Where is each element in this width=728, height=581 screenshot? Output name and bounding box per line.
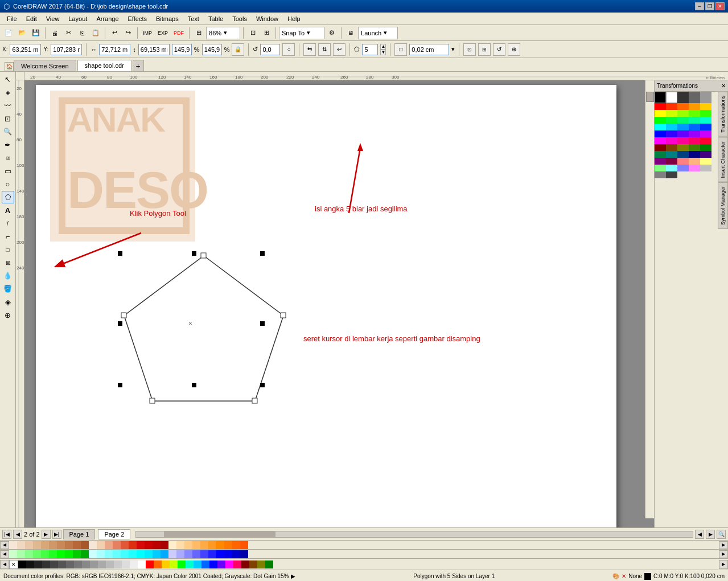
colorbar-swatch[interactable] — [81, 550, 89, 558]
colorbar-swatch[interactable] — [49, 550, 57, 558]
palette-color[interactable] — [655, 165, 666, 171]
palette-color[interactable] — [700, 103, 711, 110]
colorbar-swatch[interactable] — [89, 550, 97, 558]
colorbar-swatch[interactable] — [58, 560, 66, 568]
colorbar-scroll-left2[interactable]: ◀ — [0, 550, 9, 558]
dimension-tool[interactable]: / — [2, 217, 14, 230]
colorbar-swatch[interactable] — [224, 541, 232, 549]
colorbar-swatch[interactable] — [153, 550, 161, 558]
freeform-button[interactable]: ↩ — [333, 43, 346, 56]
colorbar-swatch[interactable] — [192, 541, 200, 549]
colorbar-swatch[interactable] — [73, 550, 81, 558]
palette-color[interactable] — [666, 165, 677, 171]
tab-insert-character[interactable]: Insert Character — [718, 137, 728, 182]
colorbar-swatch[interactable] — [161, 541, 168, 549]
menu-edit[interactable]: Edit — [22, 14, 42, 23]
ellipse-tool[interactable]: ○ — [2, 178, 14, 190]
palette-color[interactable] — [655, 110, 666, 117]
save-button[interactable]: 💾 — [30, 27, 42, 39]
colorbar-swatch[interactable] — [82, 560, 90, 568]
colorbar-swatch[interactable] — [208, 541, 216, 549]
palette-color[interactable] — [677, 144, 689, 151]
to-curve-button[interactable]: ⊡ — [463, 43, 476, 56]
colorbar-swatch[interactable] — [41, 550, 49, 558]
colorbar-swatch[interactable] — [65, 541, 73, 549]
handle-bl[interactable] — [118, 383, 122, 387]
colorbar-scroll-right3[interactable]: ▶ — [719, 560, 728, 569]
colorbar-swatch[interactable] — [113, 541, 121, 549]
palette-color[interactable] — [700, 117, 711, 124]
palette-color[interactable] — [677, 158, 689, 165]
tab-welcome[interactable]: Welcome Screen — [14, 60, 76, 71]
import-button[interactable]: IMP — [141, 27, 154, 39]
palette-color[interactable] — [677, 151, 689, 158]
colorbar-swatch[interactable] — [178, 560, 186, 568]
handle-br[interactable] — [260, 383, 265, 387]
colorbar-swatch[interactable] — [65, 550, 73, 558]
fullscreen-button[interactable]: ⊡ — [246, 27, 259, 39]
palette-color[interactable] — [689, 110, 700, 117]
colorbar-swatch[interactable] — [121, 550, 129, 558]
menu-table[interactable]: Table — [204, 14, 228, 23]
angle-input[interactable] — [260, 44, 280, 55]
colorbar-swatch[interactable] — [73, 541, 81, 549]
status-arrow[interactable]: ▶ — [291, 573, 295, 579]
colorbar-swatch[interactable] — [249, 560, 257, 568]
colorbar-swatch[interactable] — [90, 560, 98, 568]
snap-to-dropdown[interactable]: Snap To ▾ — [279, 27, 324, 39]
sides-down-button[interactable]: ▼ — [380, 50, 386, 55]
colorbar-swatch[interactable] — [200, 541, 208, 549]
palette-color[interactable] — [666, 124, 677, 130]
colorbar-swatch[interactable] — [26, 560, 34, 568]
page-next-button[interactable]: ▶ — [42, 530, 51, 539]
colorbar-swatch[interactable] — [9, 550, 17, 558]
colorbar-swatch[interactable] — [25, 550, 33, 558]
palette-color[interactable] — [700, 165, 711, 171]
menu-tools[interactable]: Tools — [228, 14, 252, 23]
palette-color[interactable] — [700, 144, 711, 151]
palette-color[interactable] — [666, 158, 677, 165]
palette-color[interactable] — [655, 137, 666, 144]
palette-color[interactable] — [655, 124, 666, 130]
palette-color[interactable] — [666, 144, 677, 151]
color-white[interactable] — [666, 92, 677, 103]
undo-button[interactable]: ↩ — [108, 27, 121, 39]
colorbar-swatch[interactable] — [50, 560, 58, 568]
colorbar-swatch[interactable] — [97, 550, 105, 558]
colorbar-swatch[interactable] — [66, 560, 74, 568]
colorbar-swatch[interactable] — [146, 560, 154, 568]
menu-text[interactable]: Text — [183, 14, 204, 23]
palette-color[interactable] — [689, 158, 700, 165]
colorbar-swatch[interactable] — [145, 541, 153, 549]
zoom-level-controls[interactable]: ⊞ — [192, 27, 205, 39]
palette-color[interactable] — [666, 130, 677, 137]
color-black[interactable] — [655, 92, 666, 103]
fill-tool[interactable]: 🪣 — [2, 283, 14, 295]
colorbar-swatch[interactable] — [34, 560, 42, 568]
colorbar-scroll-right2[interactable]: ▶ — [719, 550, 728, 558]
colorbar-swatch[interactable] — [130, 560, 138, 568]
colorbar-swatch[interactable] — [240, 550, 248, 558]
page-first-button[interactable]: |◀ — [2, 530, 11, 539]
palette-color[interactable] — [655, 103, 666, 110]
palette-color[interactable] — [677, 130, 689, 137]
extra-button[interactable]: ⊕ — [508, 43, 520, 56]
colorbar-swatch[interactable] — [129, 541, 137, 549]
cut-button[interactable]: ✂ — [62, 27, 75, 39]
colorbar-swatch[interactable] — [9, 541, 17, 549]
menu-file[interactable]: File — [2, 14, 22, 23]
interactive-tool[interactable]: ⊕ — [2, 309, 14, 321]
palette-color[interactable] — [677, 117, 689, 124]
colorbar-swatch[interactable] — [184, 541, 192, 549]
colorbar-swatch[interactable] — [186, 560, 194, 568]
colorbar-swatch[interactable] — [98, 560, 106, 568]
close-button[interactable]: ✕ — [715, 2, 725, 10]
handle-ml[interactable] — [118, 321, 122, 326]
node-top-right[interactable] — [281, 313, 286, 318]
colorbar-swatch[interactable] — [18, 560, 26, 568]
node-top[interactable] — [201, 253, 206, 258]
colorbar-swatch[interactable] — [113, 550, 121, 558]
mirror-h-button[interactable]: ⇆ — [303, 43, 316, 56]
colorbar-swatch[interactable] — [145, 550, 153, 558]
y-input[interactable] — [51, 44, 82, 55]
